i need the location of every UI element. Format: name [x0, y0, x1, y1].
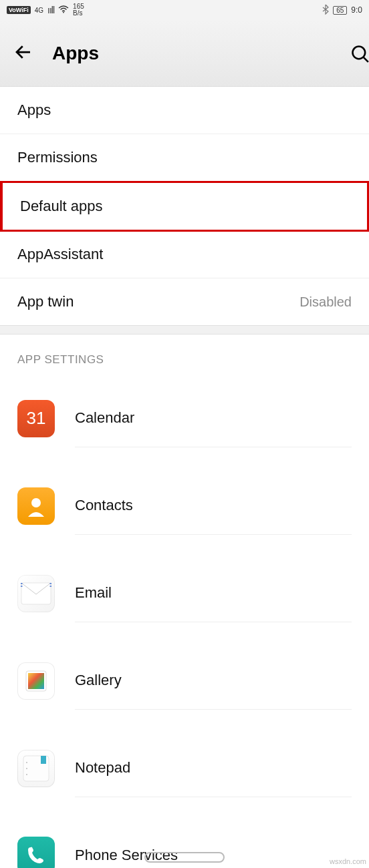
back-button[interactable] [13, 42, 33, 65]
status-left: VoWiFi 4G ııll 165 B/s [7, 3, 84, 17]
app-item-gallery[interactable]: Gallery [0, 637, 369, 724]
status-right: 65 9:0 [322, 4, 362, 17]
svg-rect-5 [28, 673, 44, 689]
section-divider [0, 325, 369, 335]
menu-item-default-apps[interactable]: Default apps [0, 181, 369, 232]
svg-point-1 [353, 47, 366, 59]
email-icon [17, 575, 55, 612]
search-button[interactable] [350, 44, 369, 65]
notepad-icon [17, 750, 55, 787]
app-label: Contacts [75, 497, 133, 514]
status-bar: VoWiFi 4G ııll 165 B/s 65 9:0 [0, 0, 369, 20]
svg-point-10 [26, 774, 27, 775]
settings-list: Apps Permissions Default apps AppAssista… [0, 87, 369, 325]
menu-item-appassistant[interactable]: AppAssistant [0, 231, 369, 278]
app-header: Apps [0, 20, 369, 87]
watermark: wsxdn.com [330, 857, 366, 865]
signal-icon: ııll [47, 5, 54, 15]
section-header: APP SETTINGS [0, 335, 369, 375]
svg-point-8 [26, 762, 27, 763]
battery-level: 65 [333, 6, 347, 15]
phone-icon [17, 837, 55, 868]
nav-pill[interactable] [144, 852, 225, 863]
wifi-icon [58, 5, 69, 15]
menu-label: Permissions [17, 149, 98, 166]
app-label: Gallery [75, 672, 122, 689]
menu-item-app-twin[interactable]: App twin Disabled [0, 278, 369, 325]
contacts-icon [17, 487, 55, 525]
vowifi-badge: VoWiFi [7, 6, 31, 14]
app-label: Notepad [75, 759, 130, 777]
app-item-contacts[interactable]: Contacts [0, 462, 369, 550]
app-label: Email [75, 584, 112, 602]
app-list: 31 Calendar Contacts Email Gallery Notep… [0, 375, 369, 868]
menu-status: Disabled [299, 294, 352, 310]
svg-point-0 [63, 11, 64, 13]
svg-point-9 [26, 768, 27, 769]
arrow-left-icon [13, 42, 33, 62]
svg-point-2 [31, 498, 41, 507]
search-icon [350, 44, 369, 63]
app-item-calendar[interactable]: 31 Calendar [0, 375, 369, 462]
data-speed: 165 B/s [73, 3, 84, 17]
menu-label: AppAssistant [17, 246, 103, 263]
bluetooth-icon [322, 4, 329, 17]
menu-label: App twin [17, 293, 74, 310]
page-title: Apps [52, 43, 99, 64]
gallery-icon [17, 662, 55, 700]
clock: 9:0 [351, 5, 362, 15]
menu-item-permissions[interactable]: Permissions [0, 134, 369, 182]
app-item-notepad[interactable]: Notepad [0, 724, 369, 812]
menu-item-apps[interactable]: Apps [0, 87, 369, 134]
menu-label: Apps [17, 101, 51, 119]
network-type: 4G [35, 7, 43, 14]
menu-label: Default apps [20, 198, 103, 215]
app-label: Calendar [75, 409, 134, 427]
svg-rect-7 [41, 756, 46, 764]
app-item-email[interactable]: Email [0, 550, 369, 637]
calendar-icon: 31 [17, 400, 55, 437]
